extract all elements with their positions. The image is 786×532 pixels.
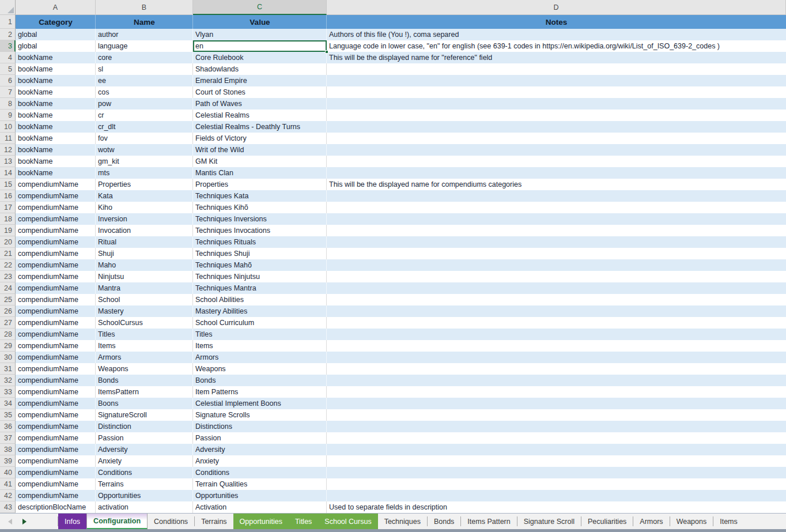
cell-B20[interactable]: Ritual <box>96 236 193 248</box>
cell-D38[interactable] <box>327 444 786 455</box>
cell-D21[interactable] <box>327 248 786 259</box>
sheet-tab-signature-scroll[interactable]: Signature Scroll <box>517 514 581 529</box>
cell-C38[interactable]: Adversity <box>193 444 327 455</box>
cell-A1[interactable]: Category <box>16 15 96 29</box>
cell-C6[interactable]: Emerald Empire <box>193 75 327 86</box>
cell-D11[interactable] <box>327 133 786 144</box>
cell-B9[interactable]: cr <box>96 110 193 121</box>
cell-B26[interactable]: Mastery <box>96 305 193 317</box>
cell-A32[interactable]: compendiumName <box>16 375 96 386</box>
row-header-37[interactable]: 37 <box>0 432 16 444</box>
cell-C22[interactable]: Techniques Mahõ <box>193 259 327 271</box>
row-header-2[interactable]: 2 <box>0 29 16 40</box>
cell-C14[interactable]: Mantis Clan <box>193 167 327 179</box>
cell-A4[interactable]: bookName <box>16 52 96 63</box>
cell-D37[interactable] <box>327 432 786 444</box>
row-header-19[interactable]: 19 <box>0 225 16 236</box>
row-header-21[interactable]: 21 <box>0 248 16 259</box>
cell-C25[interactable]: School Abilities <box>193 294 327 305</box>
cell-D1[interactable]: Notes <box>327 15 786 29</box>
sheet-tab-techniques[interactable]: Techniques <box>378 514 427 529</box>
cell-A20[interactable]: compendiumName <box>16 236 96 248</box>
cell-D2[interactable]: Authors of this file (You !), coma separ… <box>327 29 786 40</box>
cell-B23[interactable]: Ninjutsu <box>96 271 193 282</box>
sheet-tab-peculiarities[interactable]: Peculiarities <box>581 514 633 529</box>
cell-B14[interactable]: mts <box>96 167 193 179</box>
cell-C21[interactable]: Techniques Shuji <box>193 248 327 259</box>
row-header-22[interactable]: 22 <box>0 259 16 271</box>
cell-C13[interactable]: GM Kit <box>193 156 327 167</box>
cell-D13[interactable] <box>327 156 786 167</box>
cell-D27[interactable] <box>327 317 786 329</box>
cell-A7[interactable]: bookName <box>16 86 96 98</box>
cell-D28[interactable] <box>327 329 786 340</box>
cell-A37[interactable]: compendiumName <box>16 432 96 444</box>
cell-B22[interactable]: Maho <box>96 259 193 271</box>
cell-C23[interactable]: Techniques Ninjutsu <box>193 271 327 282</box>
sheet-tab-titles[interactable]: Titles <box>289 514 318 529</box>
cell-B24[interactable]: Mantra <box>96 282 193 294</box>
cell-C4[interactable]: Core Rulebook <box>193 52 327 63</box>
cell-C39[interactable]: Anxiety <box>193 455 327 467</box>
cell-B28[interactable]: Titles <box>96 329 193 340</box>
cell-B40[interactable]: Conditions <box>96 467 193 478</box>
cell-B16[interactable]: Kata <box>96 190 193 202</box>
cell-A10[interactable]: bookName <box>16 121 96 133</box>
cell-B15[interactable]: Properties <box>96 179 193 190</box>
cell-C11[interactable]: Fields of Victory <box>193 133 327 144</box>
cell-A3[interactable]: global <box>16 40 96 52</box>
cell-D10[interactable] <box>327 121 786 133</box>
cell-A18[interactable]: compendiumName <box>16 213 96 225</box>
row-header-40[interactable]: 40 <box>0 467 16 478</box>
row-header-43[interactable]: 43 <box>0 501 16 513</box>
cell-B19[interactable]: Invocation <box>96 225 193 236</box>
cell-B10[interactable]: cr_dlt <box>96 121 193 133</box>
cell-B13[interactable]: gm_kit <box>96 156 193 167</box>
row-header-39[interactable]: 39 <box>0 455 16 467</box>
cell-D33[interactable] <box>327 386 786 398</box>
cell-A6[interactable]: bookName <box>16 75 96 86</box>
cell-D23[interactable] <box>327 271 786 282</box>
cell-C16[interactable]: Techniques Kata <box>193 190 327 202</box>
cell-D8[interactable] <box>327 98 786 110</box>
cell-A35[interactable]: compendiumName <box>16 409 96 421</box>
column-header-B[interactable]: B <box>96 0 193 15</box>
row-header-36[interactable]: 36 <box>0 421 16 432</box>
row-header-33[interactable]: 33 <box>0 386 16 398</box>
tab-nav-right-icon[interactable] <box>22 519 27 525</box>
sheet-tab-school-cursus[interactable]: School Cursus <box>318 514 377 529</box>
cell-D5[interactable] <box>327 63 786 75</box>
cell-B33[interactable]: ItemsPattern <box>96 386 193 398</box>
cell-B11[interactable]: fov <box>96 133 193 144</box>
cell-C36[interactable]: Distinctions <box>193 421 327 432</box>
cell-B38[interactable]: Adversity <box>96 444 193 455</box>
row-header-26[interactable]: 26 <box>0 305 16 317</box>
cell-D35[interactable] <box>327 409 786 421</box>
cell-A13[interactable]: bookName <box>16 156 96 167</box>
cell-A40[interactable]: compendiumName <box>16 467 96 478</box>
cell-A2[interactable]: global <box>16 29 96 40</box>
cell-C33[interactable]: Item Patterns <box>193 386 327 398</box>
cell-B30[interactable]: Armors <box>96 352 193 363</box>
sheet-tab-items-pattern[interactable]: Items Pattern <box>461 514 516 529</box>
column-header-A[interactable]: A <box>16 0 96 15</box>
cell-C26[interactable]: Mastery Abilities <box>193 305 327 317</box>
cell-C19[interactable]: Techniques Invocations <box>193 225 327 236</box>
row-header-15[interactable]: 15 <box>0 179 16 190</box>
cell-B39[interactable]: Anxiety <box>96 455 193 467</box>
cell-C37[interactable]: Passion <box>193 432 327 444</box>
cell-C9[interactable]: Celestial Realms <box>193 110 327 121</box>
cell-D6[interactable] <box>327 75 786 86</box>
active-cell-C3[interactable]: en <box>193 40 327 52</box>
cell-A24[interactable]: compendiumName <box>16 282 96 294</box>
cell-A41[interactable]: compendiumName <box>16 478 96 490</box>
cell-A12[interactable]: bookName <box>16 144 96 156</box>
cell-C15[interactable]: Properties <box>193 179 327 190</box>
row-header-13[interactable]: 13 <box>0 156 16 167</box>
row-header-11[interactable]: 11 <box>0 133 16 144</box>
cell-C17[interactable]: Techniques Kihõ <box>193 202 327 213</box>
cell-D18[interactable] <box>327 213 786 225</box>
cell-A31[interactable]: compendiumName <box>16 363 96 375</box>
cell-B25[interactable]: School <box>96 294 193 305</box>
row-header-30[interactable]: 30 <box>0 352 16 363</box>
